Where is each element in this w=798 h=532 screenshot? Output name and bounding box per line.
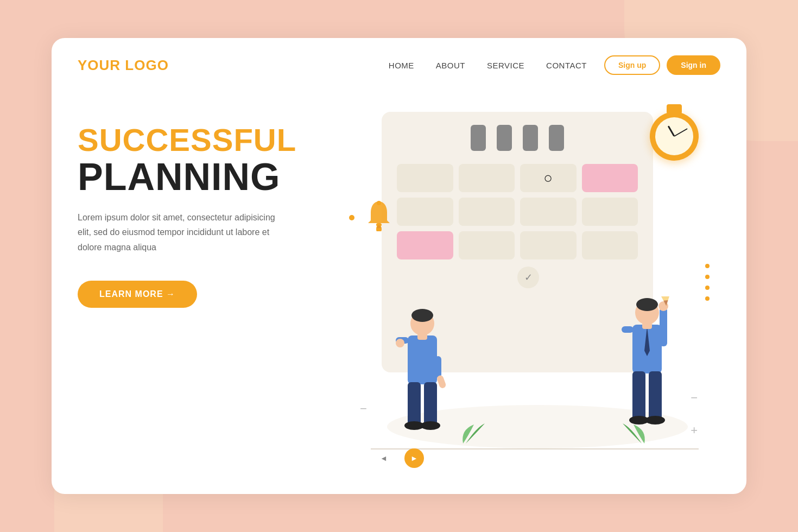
cal-cell-4: [459, 198, 515, 226]
svg-point-17: [421, 421, 440, 430]
ring-1: [471, 125, 486, 151]
svg-rect-13: [417, 333, 427, 340]
svg-rect-14: [408, 382, 421, 426]
hero-title-line2: PLANNING: [78, 157, 338, 198]
cal-cell-3: [397, 198, 453, 226]
cal-cell-9: [582, 231, 638, 259]
svg-point-1: [377, 201, 381, 205]
calendar-grid: [390, 160, 644, 264]
logo: YOUR LOGO: [78, 57, 389, 74]
leaf-right: [617, 419, 650, 448]
prev-button[interactable]: ◄: [374, 448, 394, 468]
person-left: [392, 307, 452, 448]
nav-links: HOME ABOUT SERVICE CONTACT: [389, 61, 587, 70]
nav-contact[interactable]: CONTACT: [546, 61, 587, 70]
svg-rect-24: [622, 326, 634, 333]
deco-dot-4: [705, 296, 710, 301]
svg-point-19: [636, 298, 658, 311]
cal-cell-1: [397, 164, 453, 192]
svg-rect-26: [632, 371, 645, 420]
navbar: YOUR LOGO HOME ABOUT SERVICE CONTACT Sig…: [52, 38, 746, 75]
nav-home[interactable]: HOME: [389, 61, 414, 70]
ring-3: [523, 125, 538, 151]
svg-point-7: [411, 309, 433, 322]
deco-dot-3: [705, 286, 710, 290]
cal-cell-marked: [520, 164, 577, 192]
ring-2: [497, 125, 512, 151]
ring-4: [549, 125, 564, 151]
nav-buttons: Sign up Sign in: [604, 55, 720, 75]
clock-body: [650, 112, 699, 161]
clock-face: [655, 117, 693, 155]
hero-title-line1: SUCCESSFUL: [78, 123, 338, 157]
clock: [650, 112, 704, 166]
svg-rect-10: [435, 356, 441, 378]
check-circle: ✓: [517, 267, 539, 288]
pagination: ◄ ►: [374, 448, 424, 468]
hero-description: Lorem ipsum dolor sit amet, consectetur …: [78, 210, 284, 255]
svg-rect-27: [649, 371, 662, 420]
svg-rect-25: [642, 322, 652, 329]
cal-cell-7: [459, 231, 515, 259]
signup-button[interactable]: Sign up: [604, 55, 660, 75]
svg-rect-15: [424, 382, 437, 426]
bell-icon: [365, 199, 392, 236]
deco-circle-1: [349, 215, 354, 220]
hero-left: SUCCESSFUL PLANNING Lorem ipsum dolor si…: [78, 101, 338, 308]
cal-cell-2: [459, 164, 515, 192]
nav-service[interactable]: SERVICE: [487, 61, 524, 70]
cal-cell-highlight-1: [582, 164, 638, 192]
deco-dot-1: [705, 264, 710, 268]
signin-button[interactable]: Sign in: [667, 55, 720, 75]
leaf-left: [458, 419, 490, 448]
svg-rect-8: [408, 335, 437, 384]
deco-dot-2: [705, 275, 710, 279]
next-button[interactable]: ►: [404, 448, 424, 468]
cal-cell-6: [582, 198, 638, 226]
calendar-rings: [390, 121, 644, 151]
minus-icon-2: −: [691, 391, 698, 405]
svg-rect-21: [660, 307, 667, 346]
hero-section: SUCCESSFUL PLANNING Lorem ipsum dolor si…: [52, 75, 746, 477]
cal-cell-highlight-2: [397, 231, 453, 259]
cal-cell-5: [520, 198, 577, 226]
nav-about[interactable]: ABOUT: [436, 61, 465, 70]
clock-button: [667, 104, 682, 114]
minus-icon-1: −: [360, 402, 367, 416]
hero-illustration: + − + −: [338, 101, 720, 481]
main-card: YOUR LOGO HOME ABOUT SERVICE CONTACT Sig…: [52, 38, 746, 494]
clock-hour-hand: [668, 125, 675, 137]
learn-more-button[interactable]: LEARN MORE →: [78, 281, 197, 308]
cal-cell-8: [520, 231, 577, 259]
plus-icon-2: +: [691, 423, 698, 438]
svg-point-12: [396, 339, 404, 347]
clock-minute-hand: [674, 128, 688, 137]
